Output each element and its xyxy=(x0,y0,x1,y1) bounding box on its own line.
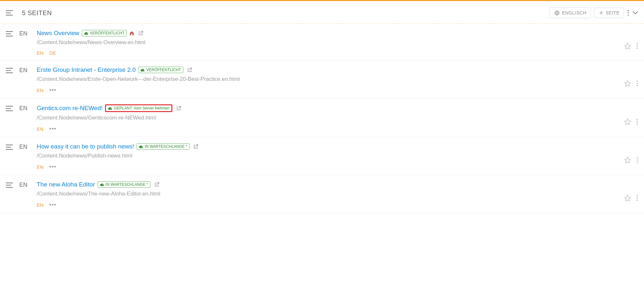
cloud-icon xyxy=(100,183,104,186)
star-icon[interactable] xyxy=(624,80,631,87)
lang-variant[interactable]: EN xyxy=(37,164,43,170)
page-type-icon xyxy=(6,106,13,111)
status-text: VERÖFFENTLICHT xyxy=(146,68,181,72)
page-title[interactable]: Erste Group Intranet - Enterprise 2.0 xyxy=(37,66,136,73)
page-title[interactable]: The new Aloha Editor xyxy=(37,181,95,188)
list-item: ENHow easy it can be to publish news! IN… xyxy=(0,137,644,175)
lang-variants: EN••• xyxy=(37,164,624,170)
page-list: ENNews Overview VERÖFFENTLICHT /Content.… xyxy=(0,24,644,213)
star-icon[interactable] xyxy=(624,118,631,125)
svg-point-14 xyxy=(637,48,638,49)
status-badge: VERÖFFENTLICHT xyxy=(138,67,183,73)
star-icon[interactable] xyxy=(624,43,631,50)
row-more-icon[interactable] xyxy=(636,43,638,49)
list-item: ENGentics.com re-NEWed! GEPLANT: Vom Ser… xyxy=(0,99,644,137)
svg-point-18 xyxy=(637,81,638,82)
add-page-button[interactable]: SEITE xyxy=(594,8,624,18)
page-title[interactable]: Gentics.com re-NEWed! xyxy=(37,105,102,112)
status-badge: VERÖFFENTLICHT xyxy=(82,30,127,36)
row-more-icon[interactable] xyxy=(636,80,638,87)
row-more-icon[interactable] xyxy=(636,119,638,125)
lang-variant[interactable]: EN xyxy=(37,50,43,56)
status-badge: GEPLANT: Vom Server Nehmen xyxy=(105,104,172,112)
open-external-icon[interactable] xyxy=(187,67,192,72)
row-content: Gentics.com re-NEWed! GEPLANT: Vom Serve… xyxy=(37,104,624,132)
status-badge: IN WARTESCHLANGE * xyxy=(137,143,189,150)
svg-point-38 xyxy=(637,200,638,201)
row-language: EN xyxy=(19,67,30,74)
page-path: /Content.Node/news/Publish-news.html xyxy=(37,153,624,159)
open-external-icon[interactable] xyxy=(138,31,143,36)
star-icon[interactable] xyxy=(624,195,631,202)
row-actions xyxy=(624,80,638,87)
svg-point-32 xyxy=(637,162,638,163)
open-external-icon[interactable] xyxy=(193,144,198,149)
open-external-icon[interactable] xyxy=(176,106,181,111)
lang-variant[interactable]: EN xyxy=(37,126,43,132)
more-options-icon[interactable] xyxy=(627,10,629,16)
svg-point-24 xyxy=(637,119,638,120)
row-language: EN xyxy=(19,105,30,112)
svg-point-37 xyxy=(637,197,638,199)
svg-point-25 xyxy=(637,121,638,122)
open-external-icon[interactable] xyxy=(154,182,159,187)
more-variants-icon[interactable]: ••• xyxy=(49,126,56,132)
page-title[interactable]: How easy it can be to publish news! xyxy=(37,143,134,150)
svg-point-7 xyxy=(628,12,629,14)
status-text: GEPLANT: Vom Server Nehmen xyxy=(114,106,169,110)
row-actions xyxy=(624,157,638,164)
lang-variant[interactable]: DE xyxy=(49,50,56,56)
row-language: EN xyxy=(19,182,30,188)
lang-variant[interactable]: EN xyxy=(37,88,43,93)
row-actions xyxy=(624,43,638,50)
svg-point-26 xyxy=(637,123,638,125)
svg-point-12 xyxy=(637,43,638,44)
row-actions xyxy=(624,118,638,125)
page-type-icon xyxy=(6,31,13,37)
hamburger-icon[interactable] xyxy=(6,10,13,16)
language-button[interactable]: ENGLISCH xyxy=(550,7,591,18)
svg-point-31 xyxy=(637,159,638,161)
list-item: ENThe new Aloha Editor IN WARTESCHLANGE … xyxy=(0,175,644,213)
page-type-icon xyxy=(6,68,13,73)
row-more-icon[interactable] xyxy=(636,195,638,201)
cloud-icon xyxy=(140,68,145,71)
row-language: EN xyxy=(19,30,30,37)
globe-icon xyxy=(554,10,560,16)
toolbar: 5 SEITEN ENGLISCH SEITE xyxy=(0,1,644,24)
more-variants-icon[interactable]: ••• xyxy=(49,202,56,208)
svg-point-36 xyxy=(637,195,638,196)
row-more-icon[interactable] xyxy=(636,157,638,163)
row-actions xyxy=(624,195,638,202)
svg-point-19 xyxy=(637,83,638,84)
row-content: The new Aloha Editor IN WARTESCHLANGE * … xyxy=(37,181,624,208)
star-icon[interactable] xyxy=(624,157,631,164)
svg-point-13 xyxy=(637,45,638,47)
more-variants-icon[interactable]: ••• xyxy=(49,87,56,94)
lang-variants: EN••• xyxy=(37,126,624,132)
lang-variants: EN••• xyxy=(37,202,624,208)
plus-icon xyxy=(599,10,604,15)
page-count: 5 SEITEN xyxy=(22,9,550,17)
svg-point-6 xyxy=(628,10,629,11)
list-item: ENNews Overview VERÖFFENTLICHT /Content.… xyxy=(0,24,644,61)
status-badge: IN WARTESCHLANGE * xyxy=(98,181,150,188)
cloud-icon xyxy=(139,145,143,148)
page-path: /Content.Node/news/News-Overview.en.html xyxy=(37,39,624,46)
home-icon xyxy=(129,31,134,36)
more-variants-icon[interactable]: ••• xyxy=(49,164,56,170)
page-type-icon xyxy=(6,182,13,188)
lang-variants: EN••• xyxy=(37,87,624,94)
lang-variant[interactable]: EN xyxy=(37,202,43,208)
cloud-icon xyxy=(84,32,89,35)
page-title[interactable]: News Overview xyxy=(37,30,79,37)
row-content: Erste Group Intranet - Enterprise 2.0 VE… xyxy=(37,66,624,94)
page-path: /Content.Node/news/The-new-Aloha-Editor.… xyxy=(37,191,624,197)
page-path: /Content.Node/news/Genticscom-re-NEWed.h… xyxy=(37,115,624,121)
lang-variants: ENDE xyxy=(37,50,624,56)
status-text: IN WARTESCHLANGE * xyxy=(145,144,187,149)
list-item: ENErste Group Intranet - Enterprise 2.0 … xyxy=(0,61,644,99)
row-language: EN xyxy=(19,144,30,150)
chevron-down-icon[interactable] xyxy=(632,11,638,15)
status-text: IN WARTESCHLANGE * xyxy=(106,182,148,187)
